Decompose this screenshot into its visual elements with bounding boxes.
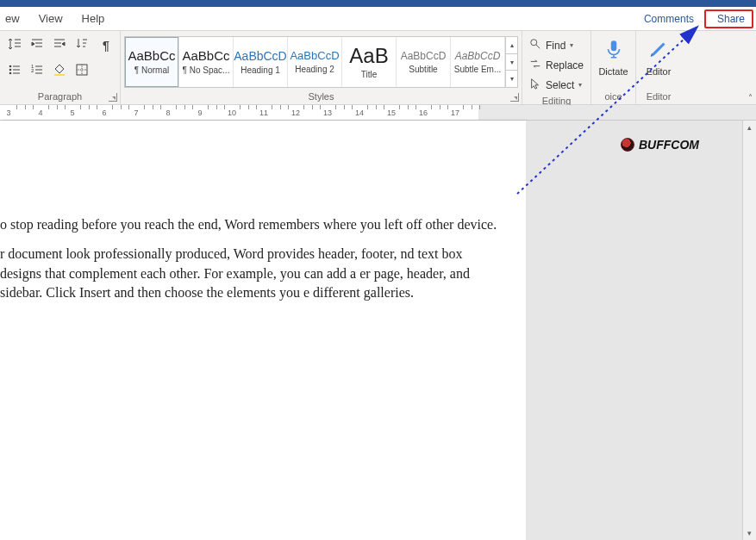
ruler-number: 7 [134, 109, 138, 117]
indent-left-icon[interactable] [28, 34, 47, 53]
share-button[interactable]: Share [704, 9, 753, 28]
gallery-more-icon[interactable]: ▾ [506, 71, 517, 87]
scroll-up-icon[interactable]: ▴ [743, 121, 756, 134]
buffcom-text: BUFFCOM [639, 138, 699, 152]
tab-view[interactable]: View [37, 7, 65, 30]
numbering-icon[interactable]: 12 [28, 60, 47, 79]
ribbon: 12 ¶ Paragraph AaBbCc¶ NormalAaBbCc¶ No … [0, 31, 756, 105]
voice-group-label: oice [591, 90, 635, 104]
vertical-scrollbar[interactable]: ▴ ▾ [742, 121, 756, 540]
doc-paragraph: r document look professionally produced,… [0, 245, 500, 302]
style-name: Heading 2 [295, 65, 334, 74]
style--normal[interactable]: AaBbCc¶ Normal [125, 37, 179, 87]
share-label: Share [717, 13, 745, 25]
tab-row: ew View Help Comments Share [0, 7, 756, 31]
ruler-number: 10 [228, 109, 236, 117]
title-bar [0, 0, 756, 7]
comments-label: Comments [644, 13, 694, 25]
editor-label: Editor [647, 66, 672, 77]
paragraph-launcher-icon[interactable] [109, 93, 117, 102]
ruler-number: 13 [323, 109, 332, 117]
chevron-down-icon: ▾ [570, 41, 573, 49]
style-subtitle[interactable]: AaBbCcDSubtitle [397, 37, 451, 87]
style-preview: AaBbCcD [234, 50, 286, 62]
canvas-background: BUFFCOM [526, 121, 742, 540]
cursor-icon [529, 78, 541, 92]
collapse-ribbon-icon[interactable]: ˄ [748, 93, 753, 102]
style-name: Title [361, 70, 378, 79]
style-preview: AaBbCcD [290, 50, 339, 61]
editor-button[interactable]: Editor [641, 34, 676, 77]
mic-icon [603, 38, 625, 63]
workspace: o stop reading before you reach the end,… [0, 121, 756, 540]
select-button[interactable]: Select ▾ [528, 76, 585, 94]
styles-group-label: Styles [121, 90, 522, 104]
styles-gallery[interactable]: AaBbCc¶ NormalAaBbCc¶ No Spac...AaBbCcDH… [124, 36, 518, 88]
ruler-number: 17 [451, 109, 459, 117]
buffcom-logo-icon [621, 138, 634, 152]
style-name: Heading 1 [241, 65, 280, 75]
ruler-number: 5 [70, 109, 74, 117]
dictate-label: Dictate [598, 66, 628, 77]
find-label: Find [546, 40, 565, 52]
tab-help[interactable]: Help [80, 7, 107, 30]
style-heading-2[interactable]: AaBbCcDHeading 2 [288, 37, 342, 87]
ruler-number: 16 [419, 109, 428, 117]
style-preview: AaBbCcD [401, 51, 447, 61]
ruler-number: 9 [197, 109, 202, 117]
gallery-up-icon[interactable]: ▴ [506, 37, 517, 54]
style-name: ¶ No Spac... [183, 65, 230, 75]
editor-pen-icon [647, 38, 670, 63]
style-preview: AaB [349, 46, 388, 66]
paragraph-group-label: Paragraph [0, 90, 120, 104]
chevron-down-icon: ▾ [578, 81, 582, 89]
editor-group-label: Editor [636, 90, 681, 104]
sort-icon[interactable] [72, 34, 91, 53]
style-name: Subtitle [409, 65, 437, 74]
ruler-number: 11 [259, 109, 268, 117]
ruler-number: 3 [6, 109, 10, 117]
svg-rect-7 [54, 74, 65, 76]
buffcom-watermark: BUFFCOM [621, 138, 699, 152]
style-preview: AaBbCc [182, 49, 229, 62]
ruler[interactable]: 34567891011121314151617 [0, 105, 756, 121]
svg-text:2: 2 [31, 68, 34, 73]
styles-launcher-icon[interactable] [510, 93, 519, 102]
ruler-number: 15 [387, 109, 396, 117]
style-subtle-em-[interactable]: AaBbCcDSubtle Em... [451, 37, 505, 87]
replace-icon [529, 58, 541, 72]
style-name: ¶ Normal [134, 65, 169, 75]
svg-point-3 [9, 69, 12, 71]
bullets-icon[interactable] [5, 60, 24, 79]
dictate-button[interactable]: Dictate [597, 34, 630, 77]
ruler-number: 4 [38, 109, 42, 117]
ruler-number: 12 [291, 109, 300, 117]
select-label: Select [546, 79, 574, 91]
scroll-down-icon[interactable]: ▾ [743, 526, 756, 540]
style-title[interactable]: AaBTitle [342, 37, 397, 87]
indent-right-icon[interactable] [50, 34, 69, 53]
find-button[interactable]: Find ▾ [528, 36, 585, 54]
comments-button[interactable]: Comments [633, 9, 701, 28]
style--no-spac-[interactable]: AaBbCc¶ No Spac... [179, 37, 234, 87]
replace-button[interactable]: Replace [528, 56, 585, 74]
style-name: Subtle Em... [454, 65, 501, 74]
gallery-scroll[interactable]: ▴▾▾ [505, 37, 517, 87]
ruler-number: 8 [166, 109, 170, 117]
shading-icon[interactable] [50, 60, 69, 79]
find-icon [529, 38, 541, 53]
tab-partial-review[interactable]: ew [3, 7, 22, 30]
document-page[interactable]: o stop reading before you reach the end,… [0, 121, 526, 540]
style-preview: AaBbCc [128, 49, 175, 62]
line-spacing-icon[interactable] [5, 34, 24, 53]
borders-icon[interactable] [72, 60, 91, 79]
show-marks-icon[interactable]: ¶ [97, 36, 116, 55]
gallery-down-icon[interactable]: ▾ [506, 54, 517, 71]
style-heading-1[interactable]: AaBbCcDHeading 1 [234, 37, 288, 87]
svg-point-9 [531, 40, 537, 46]
svg-point-2 [9, 65, 12, 68]
ruler-margin-shade [478, 105, 756, 120]
ruler-number: 14 [355, 109, 364, 117]
replace-label: Replace [546, 59, 584, 71]
style-preview: AaBbCcD [455, 51, 501, 61]
